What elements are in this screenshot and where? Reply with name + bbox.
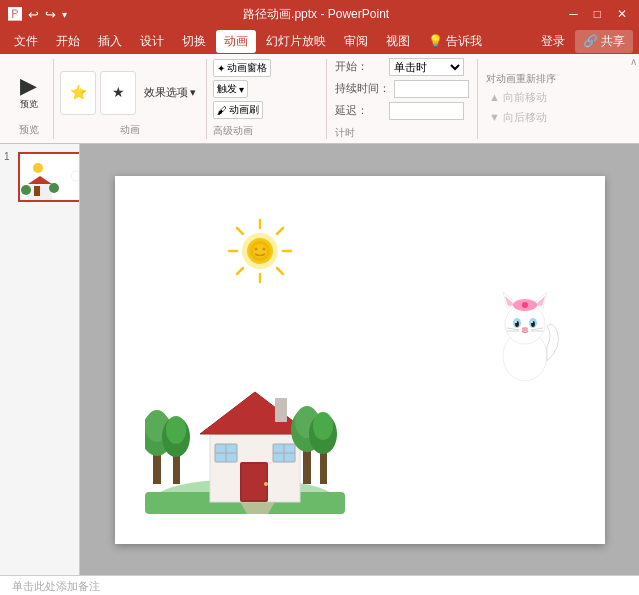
effect-options-label: 效果选项 [144,85,188,100]
advanced-anim-row2: 触发 ▾ [213,80,320,98]
ribbon-group-reorder: 对动画重新排序 ▲ 向前移动 ▼ 向后移动 [478,59,564,139]
quick-access-more[interactable]: ▾ [62,9,67,20]
title-bar: 🅿 ↩ ↪ ▾ 路径动画.pptx - PowerPoint ─ □ ✕ [0,0,639,28]
move-forward-icon: ▲ [489,91,500,103]
animation-style-button2[interactable]: ★ [100,71,136,115]
trigger-arrow: ▾ [239,84,244,95]
menu-insert[interactable]: 插入 [90,30,130,53]
canvas-wrapper [80,144,639,575]
menu-design[interactable]: 设计 [132,30,172,53]
menu-animation[interactable]: 动画 [216,30,256,53]
svg-rect-53 [275,398,287,422]
menu-file[interactable]: 文件 [6,30,46,53]
win-close[interactable]: ✕ [613,7,631,21]
cat-element[interactable] [485,286,565,386]
preview-group-label: 预览 [19,123,39,137]
timing-duration-row: 持续时间： [335,80,469,98]
quick-access-redo[interactable]: ↪ [45,7,56,22]
svg-rect-4 [34,186,40,196]
move-backward-button[interactable]: ▼ 向后移动 [486,109,556,126]
timing-duration-label: 持续时间： [335,81,390,96]
slide-number: 1 [4,151,10,162]
main-area: 1 [0,144,639,575]
win-maximize[interactable]: □ [590,7,605,21]
svg-point-6 [49,183,59,193]
slide-thumbnail-wrapper: 1 [18,152,75,202]
brush-icon: 🖌 [217,105,227,116]
advanced-anim-row1: ✦ 动画窗格 [213,59,320,77]
anim-style2-icon: ★ [112,85,125,100]
slide-thumbnail[interactable] [18,152,80,202]
svg-point-35 [531,321,533,323]
timing-group-label: 计时 [335,126,469,140]
menu-review[interactable]: 审阅 [336,30,376,53]
move-backward-label: 向后移动 [503,110,547,125]
timing-delay-input[interactable] [389,102,464,120]
effect-options-arrow: ▾ [190,86,196,99]
ribbon-inner: ▶ 预览 预览 ⭐ ★ 效果选项 ▾ 动画 [4,59,635,139]
animation-brush-button[interactable]: 🖌 动画刷 [213,101,263,119]
menu-bar: 文件 开始 插入 设计 切换 动画 幻灯片放映 审阅 视图 💡 告诉我 登录 🔗… [0,28,639,54]
timing-delay-label: 延迟： [335,103,385,118]
timing-start-row: 开始： 单击时 与上一动画同时 上一动画之后 [335,58,469,76]
preview-buttons: ▶ 预览 [16,63,42,123]
slide-canvas[interactable] [115,176,605,544]
thumbnail-svg [20,154,80,202]
sun-svg [225,216,295,286]
svg-line-15 [237,268,243,274]
preview-button[interactable]: ▶ 预览 [16,72,42,113]
effect-options-button[interactable]: 效果选项 ▾ [140,83,200,103]
notes-placeholder: 单击此处添加备注 [12,579,100,594]
window-title: 路径动画.pptx - PowerPoint [243,6,389,23]
trigger-button[interactable]: 触发 ▾ [213,80,248,98]
menu-share[interactable]: 🔗 共享 [575,30,633,53]
timing-duration-input[interactable] [394,80,469,98]
svg-line-13 [277,268,283,274]
house-scene-element[interactable] [145,354,345,514]
ribbon-group-preview: ▶ 预览 预览 [4,59,54,139]
move-forward-label: 向前移动 [503,90,547,105]
notes-bar[interactable]: 单击此处添加备注 [0,575,639,595]
trigger-label: 触发 [217,82,237,96]
timing-start-select[interactable]: 单击时 与上一动画同时 上一动画之后 [389,58,464,76]
menu-login[interactable]: 登录 [533,30,573,53]
ribbon-group-advanced-animation: ✦ 动画窗格 触发 ▾ 🖌 动画刷 高级动画 [207,59,327,139]
menu-tell-me[interactable]: 💡 告诉我 [420,30,490,53]
preview-label: 预览 [20,98,38,111]
quick-access-undo[interactable]: ↩ [28,7,39,22]
animation-group-label: 动画 [120,123,140,137]
svg-point-20 [254,247,257,250]
animation-style-button[interactable]: ⭐ [60,71,96,115]
move-backward-icon: ▼ [489,111,500,123]
ribbon-group-animation: ⭐ ★ 效果选项 ▾ 动画 [54,59,207,139]
timing-start-label: 开始： [335,59,385,74]
ribbon-collapse-button[interactable]: ∧ [630,56,637,67]
win-minimize[interactable]: ─ [565,7,582,21]
advanced-anim-row3: 🖌 动画刷 [213,101,320,119]
advanced-anim-group-label: 高级动画 [213,124,320,138]
slide-panel: 1 [0,144,80,575]
anim-style-icon: ⭐ [70,85,87,100]
svg-rect-55 [242,464,266,500]
move-forward-button[interactable]: ▲ 向前移动 [486,89,556,106]
menu-slideshow[interactable]: 幻灯片放映 [258,30,334,53]
reorder-group-label: 对动画重新排序 [486,72,556,86]
brush-label: 动画刷 [229,103,259,117]
menu-home[interactable]: 开始 [48,30,88,53]
menu-transition[interactable]: 切换 [174,30,214,53]
svg-line-12 [237,228,243,234]
timing-delay-row: 延迟： [335,102,469,120]
add-animation-button[interactable]: ✦ 动画窗格 [213,59,271,77]
svg-point-47 [166,416,186,444]
house-svg [145,354,345,514]
svg-line-14 [277,228,283,234]
ribbon: ▶ 预览 预览 ⭐ ★ 效果选项 ▾ 动画 [0,54,639,144]
svg-point-34 [515,321,517,323]
animation-buttons: ⭐ ★ 效果选项 ▾ [60,63,200,123]
svg-point-5 [21,185,31,195]
svg-point-68 [313,412,333,440]
svg-point-7 [71,171,80,181]
svg-point-1 [33,163,43,173]
sun-element[interactable] [225,216,295,286]
menu-view[interactable]: 视图 [378,30,418,53]
